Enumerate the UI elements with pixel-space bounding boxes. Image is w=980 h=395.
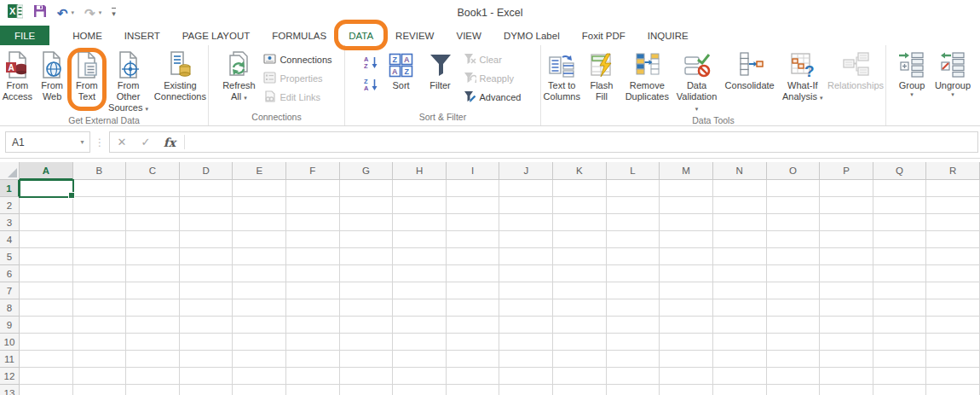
cell-Q6[interactable] xyxy=(873,265,927,282)
cell-B12[interactable] xyxy=(73,368,127,385)
cell-L13[interactable] xyxy=(607,385,660,395)
cell-J8[interactable] xyxy=(499,299,553,317)
tab-dymo-label[interactable]: DYMO Label xyxy=(493,26,571,45)
cell-N2[interactable] xyxy=(713,197,767,214)
cell-I12[interactable] xyxy=(447,368,500,385)
cell-J3[interactable] xyxy=(499,214,553,231)
cell-P10[interactable] xyxy=(820,334,873,351)
row-header-4[interactable]: 4 xyxy=(0,231,20,248)
cell-C13[interactable] xyxy=(126,385,180,395)
cell-K13[interactable] xyxy=(553,385,607,395)
cell-J9[interactable] xyxy=(499,317,553,334)
cell-H3[interactable] xyxy=(393,214,447,231)
cell-H5[interactable] xyxy=(393,248,447,265)
cell-J12[interactable] xyxy=(499,368,553,385)
cell-E10[interactable] xyxy=(233,334,286,351)
cell-P5[interactable] xyxy=(820,248,873,265)
cell-J7[interactable] xyxy=(499,282,553,299)
cell-L4[interactable] xyxy=(607,231,660,248)
cell-H13[interactable] xyxy=(393,385,447,395)
column-header-B[interactable]: B xyxy=(73,162,127,180)
cell-I2[interactable] xyxy=(447,197,500,214)
cell-E8[interactable] xyxy=(233,299,286,317)
cell-N12[interactable] xyxy=(713,368,767,385)
cell-P8[interactable] xyxy=(820,299,873,317)
name-box-caret-icon[interactable]: ▾ xyxy=(75,138,89,146)
cell-C5[interactable] xyxy=(126,248,180,265)
column-header-R[interactable]: R xyxy=(926,162,980,180)
cell-H6[interactable] xyxy=(393,265,447,282)
reapply-filter-button[interactable]: Reapply xyxy=(460,70,525,87)
what-if-analysis-button[interactable]: ? What-If Analysis ▾ xyxy=(780,48,826,103)
column-header-G[interactable]: G xyxy=(340,162,394,180)
cell-N13[interactable] xyxy=(713,385,767,395)
column-header-M[interactable]: M xyxy=(660,162,713,180)
cell-E2[interactable] xyxy=(233,197,286,214)
cell-C7[interactable] xyxy=(126,282,180,299)
cell-F1[interactable] xyxy=(286,180,340,197)
cell-H7[interactable] xyxy=(393,282,447,299)
cell-P7[interactable] xyxy=(820,282,873,299)
column-header-Q[interactable]: Q xyxy=(873,162,927,180)
select-all-corner[interactable] xyxy=(0,162,20,180)
cell-P6[interactable] xyxy=(820,265,873,282)
cell-C3[interactable] xyxy=(126,214,180,231)
cell-G12[interactable] xyxy=(340,368,394,385)
cell-P11[interactable] xyxy=(820,351,873,368)
cell-F10[interactable] xyxy=(286,334,340,351)
cell-K4[interactable] xyxy=(553,231,607,248)
name-box[interactable]: A1 ▾ xyxy=(5,131,90,153)
cell-A1[interactable] xyxy=(20,180,73,197)
relationships-button[interactable]: Relationships xyxy=(826,48,885,91)
tab-page-layout[interactable]: PAGE LAYOUT xyxy=(171,26,261,45)
sort-button[interactable]: ZAAZ Sort xyxy=(382,48,421,91)
cell-G5[interactable] xyxy=(340,248,394,265)
column-header-P[interactable]: P xyxy=(820,162,873,180)
ungroup-button[interactable]: Ungroup ▾ xyxy=(931,48,974,98)
cell-P2[interactable] xyxy=(820,197,873,214)
cell-G1[interactable] xyxy=(340,180,394,197)
cell-D11[interactable] xyxy=(180,351,233,368)
row-header-2[interactable]: 2 xyxy=(0,197,20,214)
cell-D2[interactable] xyxy=(180,197,233,214)
cell-R4[interactable] xyxy=(926,231,980,248)
cell-Q13[interactable] xyxy=(873,385,927,395)
cell-C10[interactable] xyxy=(126,334,180,351)
cell-C8[interactable] xyxy=(126,299,180,317)
cell-P13[interactable] xyxy=(820,385,873,395)
insert-function-icon[interactable]: fx xyxy=(158,136,182,149)
cell-F11[interactable] xyxy=(286,351,340,368)
column-header-F[interactable]: F xyxy=(286,162,340,180)
cell-B3[interactable] xyxy=(73,214,127,231)
column-header-H[interactable]: H xyxy=(393,162,447,180)
cell-O4[interactable] xyxy=(767,231,821,248)
cell-P3[interactable] xyxy=(820,214,873,231)
cell-Q4[interactable] xyxy=(873,231,927,248)
cell-Q10[interactable] xyxy=(873,334,927,351)
cell-I9[interactable] xyxy=(447,317,500,334)
cell-I4[interactable] xyxy=(447,231,500,248)
cell-F12[interactable] xyxy=(286,368,340,385)
cell-A8[interactable] xyxy=(20,299,73,317)
sort-z-to-a-button[interactable]: ZA xyxy=(361,75,382,92)
cell-I3[interactable] xyxy=(447,214,500,231)
cell-K8[interactable] xyxy=(553,299,607,317)
cell-J10[interactable] xyxy=(499,334,553,351)
column-header-J[interactable]: J xyxy=(499,162,553,180)
from-access-button[interactable]: A From Access xyxy=(0,48,35,102)
cell-E12[interactable] xyxy=(233,368,286,385)
row-header-5[interactable]: 5 xyxy=(0,248,20,265)
cell-L5[interactable] xyxy=(607,248,660,265)
cell-N1[interactable] xyxy=(713,180,767,197)
row-header-7[interactable]: 7 xyxy=(0,282,20,299)
cell-H4[interactable] xyxy=(393,231,447,248)
cell-O7[interactable] xyxy=(767,282,821,299)
cell-A11[interactable] xyxy=(20,351,73,368)
customize-quick-access-icon[interactable]: ▾ xyxy=(112,8,116,18)
cell-K12[interactable] xyxy=(553,368,607,385)
cell-L2[interactable] xyxy=(607,197,660,214)
cell-C2[interactable] xyxy=(126,197,180,214)
cell-R10[interactable] xyxy=(926,334,980,351)
cell-B4[interactable] xyxy=(73,231,127,248)
cell-K9[interactable] xyxy=(553,317,607,334)
